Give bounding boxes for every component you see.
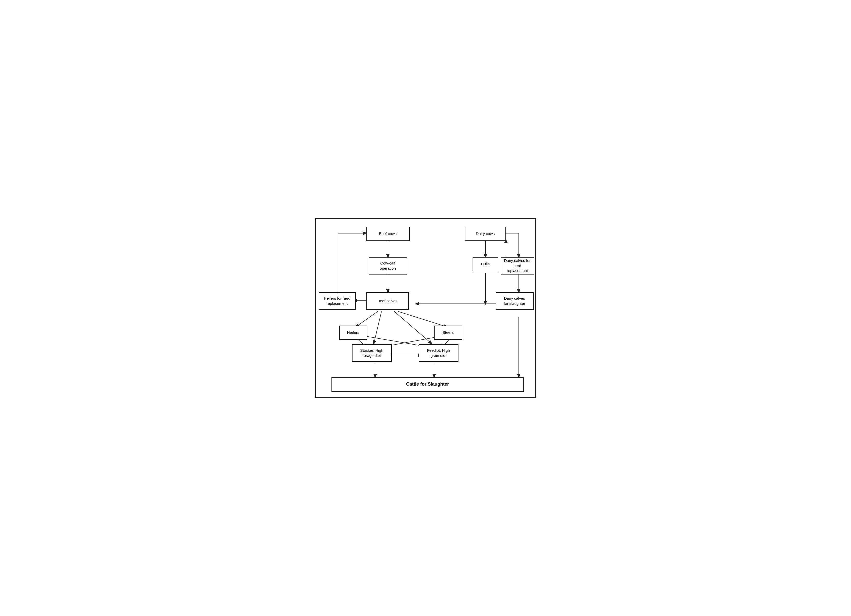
steers-box: Steers [434,326,462,340]
svg-line-10 [374,311,382,344]
heifers-herd-box: Heifers for herdreplacement [319,292,356,310]
svg-line-9 [398,311,447,327]
dairy-cows-box: Dairy cows [465,227,506,241]
svg-line-11 [394,311,432,344]
cow-calf-box: Cow-calfoperation [369,257,407,275]
dairy-calves-herd-box: Dairy calves forherd replacement [501,257,534,275]
beef-cows-box: Beef cows [366,227,410,241]
stocker-box: Stocker: Highforage diet [352,344,392,362]
feedlot-box: Feedlot: Highgrain diet [419,344,459,362]
culls-box: Culls [472,257,498,271]
beef-calves-box: Beef calves [366,292,409,310]
heifers-box: Heifers [339,326,367,340]
svg-line-8 [356,311,377,327]
diagram-container: Beef cows Dairy cows Cow-calfoperation C… [315,218,536,398]
slaughter-box: Cattle for Slaughter [331,377,524,392]
dairy-calves-slaughter-box: Dairy calvesfor slaughter [496,292,534,310]
